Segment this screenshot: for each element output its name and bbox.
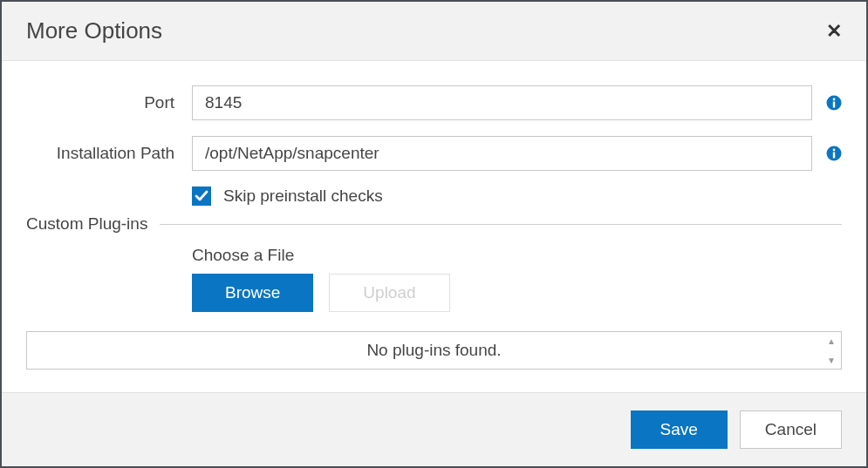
install-path-label: Installation Path [26, 144, 192, 163]
dialog-body: Port Installation Path Skip preinstall c… [2, 61, 866, 392]
install-path-input[interactable] [192, 136, 812, 171]
divider [160, 224, 842, 225]
port-label: Port [26, 93, 192, 112]
port-row: Port [26, 85, 842, 120]
svg-point-1 [833, 98, 836, 101]
install-path-row: Installation Path [26, 136, 842, 171]
cancel-button[interactable]: Cancel [740, 410, 842, 449]
file-button-row: Browse Upload [192, 274, 842, 312]
plugins-empty-message: No plug-ins found. [366, 341, 501, 360]
info-icon[interactable] [826, 146, 842, 161]
close-icon[interactable]: ✕ [823, 18, 845, 44]
custom-plugins-label: Custom Plug-ins [26, 214, 160, 234]
svg-rect-5 [833, 153, 835, 159]
port-input[interactable] [192, 85, 812, 120]
upload-button: Upload [329, 274, 449, 312]
browse-button[interactable]: Browse [192, 274, 313, 312]
scroll-down-icon[interactable]: ▼ [823, 352, 840, 368]
skip-preinstall-checkbox[interactable] [192, 187, 211, 206]
dialog-title: More Options [26, 17, 162, 44]
plugins-listbox[interactable]: No plug-ins found. ▲ ▼ [26, 331, 842, 370]
more-options-dialog: More Options ✕ Port Installation Path Sk… [0, 0, 868, 468]
info-icon[interactable] [826, 95, 842, 111]
skip-preinstall-label: Skip preinstall checks [223, 187, 383, 206]
dialog-header: More Options ✕ [2, 2, 866, 61]
skip-preinstall-row: Skip preinstall checks [192, 187, 842, 206]
custom-plugins-section-header: Custom Plug-ins [26, 214, 842, 234]
scrollbar: ▲ ▼ [823, 333, 840, 368]
save-button[interactable]: Save [631, 410, 728, 449]
svg-point-4 [833, 149, 836, 152]
svg-rect-2 [833, 102, 835, 108]
choose-file-section: Choose a File Browse Upload [192, 246, 842, 312]
scroll-up-icon[interactable]: ▲ [823, 333, 840, 349]
choose-file-label: Choose a File [192, 246, 842, 265]
dialog-footer: Save Cancel [2, 392, 866, 466]
